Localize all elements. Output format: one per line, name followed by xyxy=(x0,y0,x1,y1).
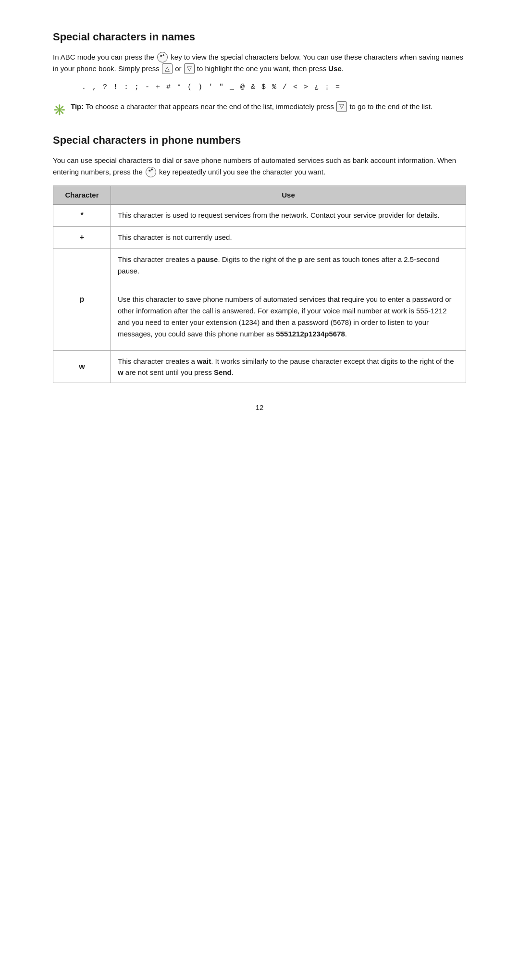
table-header-row: Character Use xyxy=(53,186,466,205)
section2-title: Special characters in phone numbers xyxy=(53,132,466,148)
nav-right-icon: ▽ xyxy=(184,63,195,74)
star-key-icon: *+ xyxy=(157,52,168,62)
col-character: Character xyxy=(53,186,111,205)
use-p: This character creates a pause. Digits t… xyxy=(111,248,466,350)
special-chars-line: . , ? ! : ; - + # * ( ) ' " _ @ & $ % / … xyxy=(82,82,466,93)
or-text: or xyxy=(175,64,184,73)
char-star: * xyxy=(53,205,111,227)
col-use: Use xyxy=(111,186,466,205)
tip-text: Tip: To choose a character that appears … xyxy=(71,101,432,112)
tip-block: ✳️ Tip: To choose a character that appea… xyxy=(53,101,466,118)
use-p-para2: Use this character to save phone numbers… xyxy=(118,294,459,340)
char-w: w xyxy=(53,350,111,383)
page-content: Special characters in names In ABC mode … xyxy=(53,29,466,413)
table-body: * This character is used to request serv… xyxy=(53,205,466,383)
section1-para1c-text: to highlight the one you want, then pres… xyxy=(197,64,344,73)
nav-left-icon: △ xyxy=(162,63,173,74)
star-key-icon2: *+ xyxy=(146,167,156,177)
use-w: This character creates a wait. It works … xyxy=(111,350,466,383)
char-plus: + xyxy=(53,226,111,248)
tip-icon: ✳️ xyxy=(53,102,66,118)
use-star: This character is used to request servic… xyxy=(111,205,466,227)
table-head: Character Use xyxy=(53,186,466,205)
use-plus: This character is not currently used. xyxy=(111,226,466,248)
characters-table: Character Use * This character is used t… xyxy=(53,186,466,384)
tip-label: Tip: xyxy=(71,102,84,111)
section1-para1: In ABC mode you can press the *+ key to … xyxy=(53,51,466,74)
page-number: 12 xyxy=(53,402,466,413)
section1-title: Special characters in names xyxy=(53,29,466,45)
table-row: * This character is used to request serv… xyxy=(53,205,466,227)
section1-para1-text: In ABC mode you can press the xyxy=(53,53,154,61)
use-p-para1: This character creates a pause. Digits t… xyxy=(118,254,459,277)
table-row: + This character is not currently used. xyxy=(53,226,466,248)
table-row: w This character creates a wait. It work… xyxy=(53,350,466,383)
section2-para1: You can use special characters to dial o… xyxy=(53,155,466,178)
section2-para1b-text: key repeatedly until you see the charact… xyxy=(159,168,325,176)
table-row: p This character creates a pause. Digits… xyxy=(53,248,466,350)
char-p: p xyxy=(53,248,111,350)
tip-nav-icon: ▽ xyxy=(336,101,347,112)
